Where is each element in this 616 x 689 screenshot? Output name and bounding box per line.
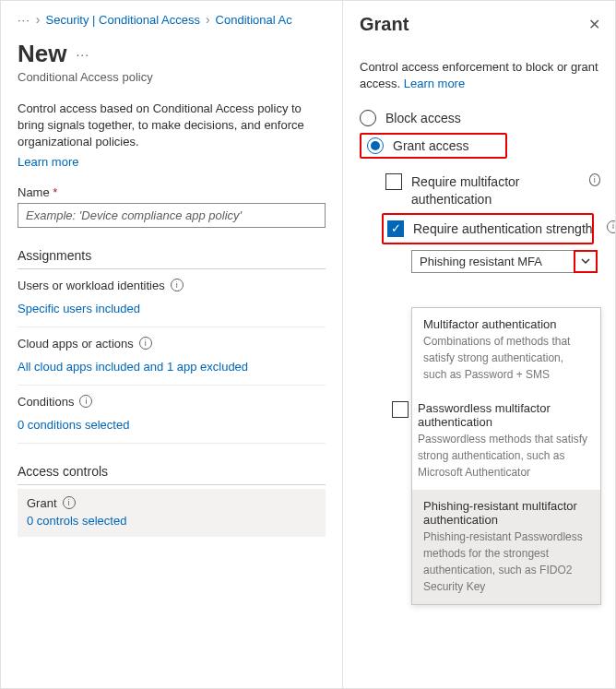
access-controls-heading: Access controls: [18, 464, 326, 485]
name-label-text: Name: [18, 185, 50, 199]
block-access-radio[interactable]: Block access: [360, 105, 600, 131]
radio-checked-icon: [367, 137, 384, 154]
info-icon[interactable]: i: [589, 173, 601, 186]
intro-text: Control access based on Conditional Acce…: [18, 101, 326, 151]
auth-strength-dropdown-list: Multifactor authentication Combinations …: [411, 307, 601, 605]
required-indicator: *: [53, 185, 57, 199]
breadcrumb: ··· Security | Conditional Access Condit…: [18, 12, 326, 27]
chevron-right-icon: [206, 12, 210, 27]
panel-title: Grant: [360, 14, 409, 35]
apps-label: Cloud apps or actions: [18, 337, 134, 350]
page-title: New ···: [18, 40, 326, 68]
dropdown-option-mfa[interactable]: Multifactor authentication Combinations …: [412, 308, 600, 392]
dropdown-option-desc: Combinations of methods that satisfy str…: [423, 333, 589, 383]
dropdown-option-title: Passwordless multifactor authentication: [418, 401, 589, 429]
info-icon[interactable]: i: [63, 496, 76, 509]
name-input[interactable]: [18, 203, 326, 228]
page-subtitle: Conditional Access policy: [18, 70, 326, 84]
panel-learn-more-link[interactable]: Learn more: [404, 77, 465, 90]
grant-section[interactable]: Grant i 0 controls selected: [18, 489, 326, 537]
dropdown-value: Phishing resistant MFA: [411, 250, 574, 273]
grant-label: Grant: [27, 496, 57, 510]
grant-panel: Grant ✕ Control access enforcement to bl…: [342, 1, 616, 688]
panel-intro-text: Control access enforcement to block or g…: [360, 60, 598, 90]
conditions-link[interactable]: 0 conditions selected: [18, 412, 326, 444]
conditions-row[interactable]: Conditions i: [18, 386, 326, 412]
chevron-right-icon: [36, 12, 41, 27]
require-mfa-label: Require multifactor authentication: [411, 173, 580, 207]
dropdown-option-title: Multifactor authentication: [423, 317, 589, 331]
info-icon[interactable]: i: [171, 279, 184, 291]
block-access-label: Block access: [385, 111, 461, 125]
breadcrumb-item-security[interactable]: Security | Conditional Access: [46, 13, 200, 27]
chevron-down-icon[interactable]: [574, 250, 598, 273]
close-icon[interactable]: ✕: [588, 16, 600, 33]
apps-row[interactable]: Cloud apps or actions i: [18, 327, 326, 354]
panel-intro: Control access enforcement to block or g…: [360, 59, 600, 92]
dropdown-option-phishing-resistant[interactable]: Phishing-resistant multifactor authentic…: [412, 490, 600, 604]
grant-access-radio[interactable]: Grant access: [360, 133, 507, 159]
info-icon[interactable]: i: [607, 220, 616, 233]
checkbox-icon: [392, 401, 409, 418]
info-icon[interactable]: i: [79, 395, 92, 408]
dropdown-option-desc: Passwordless methods that satisfy strong…: [418, 431, 589, 481]
require-auth-strength-label: Require authentication strength: [413, 220, 593, 237]
auth-strength-dropdown[interactable]: Phishing resistant MFA: [411, 250, 598, 273]
apps-link[interactable]: All cloud apps included and 1 app exclud…: [18, 354, 326, 386]
require-auth-strength-checkbox-row[interactable]: Require authentication strength i: [382, 213, 594, 244]
info-icon[interactable]: i: [139, 337, 152, 350]
radio-icon: [360, 110, 376, 126]
grant-access-label: Grant access: [393, 138, 468, 153]
name-label: Name *: [18, 185, 326, 199]
dropdown-option-title: Phishing-resistant multifactor authentic…: [423, 499, 589, 527]
checkbox-icon: [385, 173, 402, 190]
require-mfa-checkbox-row[interactable]: Require multifactor authentication i: [360, 168, 600, 212]
users-label: Users or workload identities: [18, 279, 165, 292]
dropdown-option-desc: Phishing-resistant Passwordless methods …: [423, 529, 589, 595]
breadcrumb-item-conditional[interactable]: Conditional Ac: [216, 13, 292, 27]
learn-more-link[interactable]: Learn more: [18, 155, 78, 169]
dropdown-option-passwordless[interactable]: Passwordless multifactor authentication …: [412, 392, 600, 490]
more-actions-icon[interactable]: ···: [76, 47, 89, 62]
breadcrumb-ellipsis[interactable]: ···: [18, 13, 30, 27]
grant-link[interactable]: 0 controls selected: [27, 514, 126, 528]
users-row[interactable]: Users or workload identities i: [18, 269, 326, 296]
conditions-label: Conditions: [18, 395, 74, 409]
checkbox-checked-icon: [387, 220, 404, 237]
assignments-heading: Assignments: [18, 248, 326, 269]
users-link[interactable]: Specific users included: [18, 296, 326, 327]
page-title-text: New: [18, 40, 66, 68]
main-content: ··· Security | Conditional Access Condit…: [1, 1, 342, 688]
